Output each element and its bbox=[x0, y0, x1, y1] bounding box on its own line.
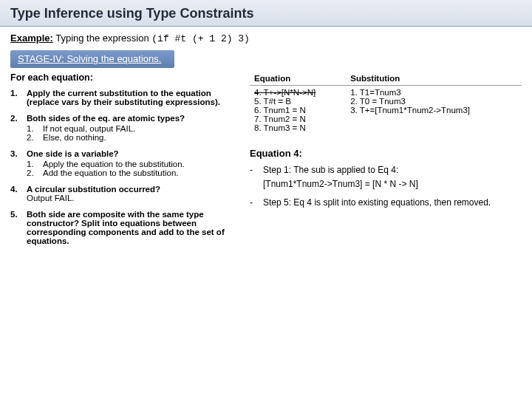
step-2-2: Else, do nothing. bbox=[27, 133, 239, 142]
eq-4: 4. T+->[N*N->N] bbox=[254, 88, 341, 97]
example-code: (if #t (+ 1 2) 3) bbox=[151, 33, 250, 44]
bullet-dash: - bbox=[250, 163, 257, 191]
explain-row-1: - Step 1: The sub is applied to Eq 4: [T… bbox=[250, 163, 522, 191]
step-2-sub: If not equal, output FAIL. Else, do noth… bbox=[27, 124, 239, 142]
explain-line-2: Step 5: Eq 4 is split into existing equa… bbox=[263, 196, 491, 210]
th-substitution: Substitution bbox=[346, 72, 522, 86]
eq-6: 6. Tnum1 = N bbox=[254, 106, 341, 115]
step-5: Both side are composite with the same ty… bbox=[10, 210, 239, 245]
step-1: Apply the current substitution to the eq… bbox=[10, 89, 239, 106]
step-2-heading: Both sides of the eq. are atomic types? bbox=[27, 114, 185, 123]
step-3: One side is a variable? Apply the equati… bbox=[10, 149, 239, 177]
steps-list: Apply the current substitution to the eq… bbox=[10, 89, 239, 245]
sub-1: 1. T1=Tnum3 bbox=[350, 88, 517, 97]
step-4-body: Output FAIL. bbox=[27, 194, 75, 202]
step-3-heading: One side is a variable? bbox=[27, 149, 119, 158]
th-equation: Equation bbox=[250, 72, 346, 86]
step-2-1: If not equal, output FAIL. bbox=[27, 124, 239, 133]
step-2: Both sides of the eq. are atomic types? … bbox=[10, 114, 239, 142]
content-columns: For each equation: Apply the current sub… bbox=[0, 68, 532, 253]
table-column: Equation Substitution 4. T+->[N*N->N] 5.… bbox=[250, 72, 522, 253]
example-intro: Typing the expression bbox=[55, 33, 149, 44]
eq-7: 7. Tnum2 = N bbox=[254, 115, 341, 123]
sub-cell: 1. T1=Tnum3 2. T0 = Tnum3 3. T+=[Tnum1*T… bbox=[346, 86, 522, 135]
for-each-heading: For each equation: bbox=[10, 72, 239, 83]
explanation-block: Equation 4: - Step 1: The sub is applied… bbox=[250, 148, 522, 211]
explain-line-1: Step 1: The sub is applied to Eq 4: bbox=[263, 165, 398, 175]
step-4: A circular substitution occurred? Output… bbox=[10, 185, 239, 202]
eq-5: 5. T#t = B bbox=[254, 97, 341, 106]
stage-badge: STAGE-IV: Solving the equations. bbox=[10, 50, 174, 68]
explain-line-1b: [Tnum1*Tnum2->Tnum3] = [N * N -> N] bbox=[263, 179, 418, 189]
sub-2: 2. T0 = Tnum3 bbox=[350, 97, 517, 106]
equation-table: Equation Substitution 4. T+->[N*N->N] 5.… bbox=[250, 72, 522, 134]
step-3-1: Apply the equation to the substitution. bbox=[27, 160, 239, 168]
eq-8: 8. Tnum3 = N bbox=[254, 123, 341, 132]
step-4-heading: A circular substitution occurred? bbox=[27, 185, 160, 194]
example-label: Example: bbox=[10, 33, 53, 44]
title-bar: Type Inference using Type Constraints bbox=[0, 0, 532, 27]
step-3-2: Add the equation to the substitution. bbox=[27, 168, 239, 177]
bullet-dash: - bbox=[250, 196, 257, 210]
explain-row-2: - Step 5: Eq 4 is split into existing eq… bbox=[250, 196, 522, 210]
step-5-text: Both side are composite with the same ty… bbox=[27, 210, 225, 245]
sub-3: 3. T+=[Tnum1*Tnum2->Tnum3] bbox=[350, 106, 517, 115]
algorithm-column: For each equation: Apply the current sub… bbox=[10, 72, 239, 253]
page-title: Type Inference using Type Constraints bbox=[10, 6, 522, 21]
example-line: Example: Typing the expression (if #t (+… bbox=[0, 27, 532, 47]
step-3-sub: Apply the equation to the substitution. … bbox=[27, 160, 239, 177]
step-1-text: Apply the current substitution to the eq… bbox=[27, 89, 220, 106]
eq-cell: 4. T+->[N*N->N] 5. T#t = B 6. Tnum1 = N … bbox=[250, 86, 346, 135]
table-row: 4. T+->[N*N->N] 5. T#t = B 6. Tnum1 = N … bbox=[250, 86, 522, 135]
explain-heading: Equation 4: bbox=[250, 148, 522, 159]
